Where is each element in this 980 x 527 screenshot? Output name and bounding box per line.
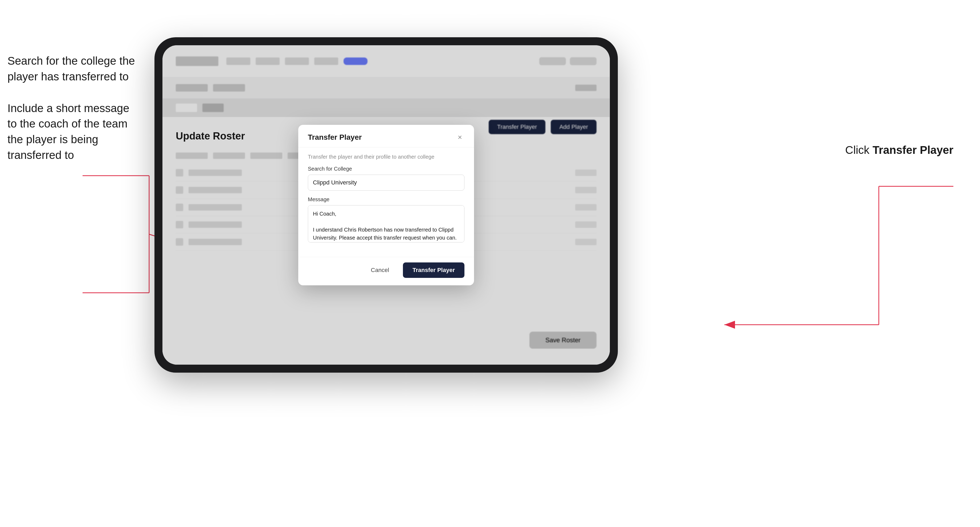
modal-title: Transfer Player [308, 133, 362, 141]
college-search-input[interactable] [308, 175, 465, 190]
modal-description: Transfer the player and their profile to… [308, 154, 465, 160]
college-field: Search for College [308, 166, 465, 190]
annotation-message-text: Include a short message to the coach of … [8, 101, 146, 163]
cancel-button[interactable]: Cancel [363, 262, 398, 278]
modal-header: Transfer Player × [298, 125, 474, 148]
modal-overlay: Transfer Player × Transfer the player an… [162, 45, 610, 365]
message-label: Message [308, 197, 465, 203]
modal-footer: Cancel Transfer Player [298, 257, 474, 285]
ipad-screen: Update Roster [162, 45, 610, 365]
modal-body: Transfer the player and their profile to… [298, 148, 474, 257]
annotation-search-text: Search for the college the player has tr… [8, 53, 146, 85]
college-label: Search for College [308, 166, 465, 172]
message-field: Message Hi Coach, I understand Chris Rob… [308, 197, 465, 243]
message-textarea[interactable]: Hi Coach, I understand Chris Robertson h… [308, 205, 465, 243]
transfer-player-modal: Transfer Player × Transfer the player an… [298, 125, 474, 285]
modal-close-button[interactable]: × [455, 133, 465, 142]
ipad-device: Update Roster [154, 37, 618, 373]
transfer-player-button[interactable]: Transfer Player [403, 262, 465, 278]
svg-marker-6 [724, 321, 735, 329]
annotation-right-text: Click Transfer Player [845, 144, 953, 157]
